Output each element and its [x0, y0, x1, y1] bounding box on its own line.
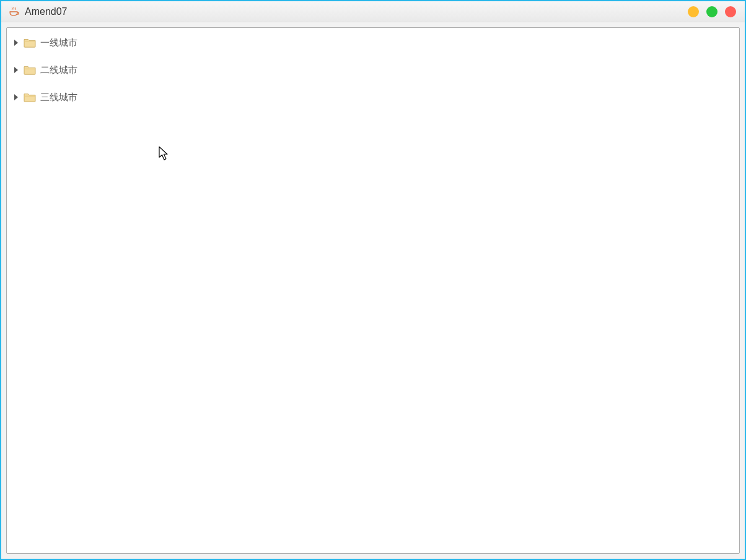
maximize-button[interactable] — [706, 6, 717, 17]
window-controls — [688, 6, 740, 17]
chevron-right-icon[interactable] — [14, 40, 18, 46]
tree-item-label: 二线城市 — [40, 64, 77, 76]
chevron-right-icon[interactable] — [14, 94, 18, 100]
content-area: 一线城市 二线城市 — [1, 22, 745, 559]
title-left-group: Amend07 — [7, 6, 68, 18]
java-cup-icon — [7, 6, 20, 18]
window-title: Amend07 — [25, 6, 68, 17]
tree-item-label: 三线城市 — [40, 92, 77, 103]
folder-icon — [23, 92, 37, 103]
tree-item-tier2-cities[interactable]: 二线城市 — [11, 60, 735, 80]
chevron-right-icon[interactable] — [14, 67, 18, 73]
titlebar[interactable]: Amend07 — [1, 1, 745, 22]
tree-item-label: 一线城市 — [40, 37, 77, 49]
window-frame: Amend07 一线城市 — [0, 0, 746, 560]
folder-icon — [23, 64, 37, 76]
tree-view[interactable]: 一线城市 二线城市 — [6, 27, 740, 554]
tree-item-tier3-cities[interactable]: 三线城市 — [11, 87, 735, 107]
folder-icon — [23, 37, 37, 48]
close-button[interactable] — [725, 6, 736, 17]
tree-item-tier1-cities[interactable]: 一线城市 — [11, 33, 735, 53]
minimize-button[interactable] — [688, 6, 699, 17]
